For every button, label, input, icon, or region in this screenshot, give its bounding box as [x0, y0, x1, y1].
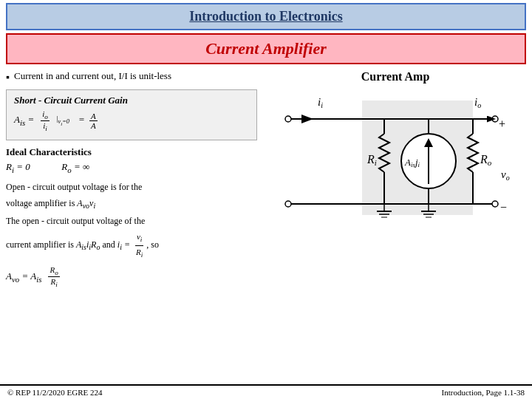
circuit-svg: ii io + vo − [273, 89, 517, 237]
ais-eq-A: = A A [78, 112, 100, 130]
section1-title: Short - Circuit Current Gain [14, 95, 249, 106]
ais-formula-row: Ais = io ii |vi=0 = A A [14, 109, 249, 132]
ideal-separator [44, 162, 49, 174]
svg-point-12 [285, 116, 291, 122]
ideal-ro: Ro = ∞ [61, 161, 89, 174]
open1-text: Open - circuit output voltage is for the [6, 180, 257, 194]
left-column: ▪ Current in and current out, I/I is uni… [6, 70, 257, 288]
subtitle-bar: Current Amplifier [6, 33, 526, 64]
circuit-diagram: ii io + vo − [273, 89, 517, 237]
main-content: ▪ Current in and current out, I/I is uni… [6, 70, 526, 288]
short-circuit-section: Short - Circuit Current Gain Ais = io ii… [6, 89, 257, 140]
bullet-text: Current in and current out, I/I is unit-… [14, 70, 171, 82]
ais-condition: |vi=0 [56, 115, 69, 127]
ais-fraction: io ii [38, 109, 52, 132]
title-bar: Introduction to Electronics [6, 3, 526, 30]
bullet-item: ▪ Current in and current out, I/I is uni… [6, 70, 257, 85]
footer-copyright: © REP 11/2/2020 EGRE 224 [7, 388, 103, 397]
svg-text:−: − [500, 201, 507, 214]
avo-fraction: Ro Ri [48, 265, 59, 288]
ideal-section: Ideal Characteristics Ri = 0 Ro = ∞ [6, 146, 257, 174]
circuit-label: Current Amp [265, 70, 526, 83]
open3-text: The open - circuit output voltage of the [6, 214, 257, 228]
avo-formula: Avo = Ais Ro Ri [6, 265, 257, 288]
avo-label: Avo = Ais [6, 270, 41, 284]
svg-text:+: + [499, 117, 505, 130]
footer: © REP 11/2/2020 EGRE 224 Introduction, P… [0, 384, 532, 399]
open2-text: voltage amplifier is Avovi [6, 197, 257, 211]
svg-point-13 [285, 201, 291, 207]
ideal-ri: Ri = 0 [6, 161, 30, 174]
ideal-title: Ideal Characteristics [6, 146, 257, 158]
open4-text: current amplifier is AisiiRo and ii = vi… [6, 231, 257, 261]
right-column: Current Amp ii io + vo − [265, 70, 526, 288]
svg-text:Ro: Ro [480, 153, 492, 167]
page-title: Introduction to Electronics [189, 9, 342, 24]
svg-point-15 [492, 201, 498, 207]
ideal-formula: Ri = 0 Ro = ∞ [6, 161, 257, 174]
subtitle: Current Amplifier [205, 39, 327, 58]
footer-page: Introduction, Page 1.1-38 [442, 388, 525, 397]
bullet-symbol: ▪ [6, 70, 10, 85]
svg-text:ii: ii [318, 96, 323, 109]
svg-text:vo: vo [501, 168, 510, 182]
open-circuit-section: Open - circuit output voltage is for the… [6, 180, 257, 261]
svg-text:io: io [474, 96, 481, 109]
ais-label: Ais = [14, 114, 34, 127]
